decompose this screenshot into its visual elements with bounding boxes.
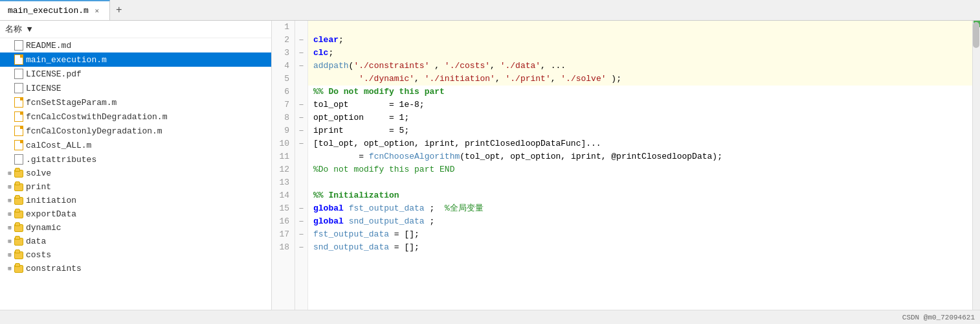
expand-icon[interactable]: ⊞ [5, 237, 14, 246]
sidebar-item-label: dynamic [26, 223, 61, 233]
sidebar-item-license[interactable]: LICENSE [0, 81, 271, 95]
code-content[interactable]: clear;clc;addpath('./constraints' , './c… [308, 21, 972, 310]
scrollbar[interactable] [972, 21, 980, 310]
expand-icon[interactable]: ⊞ [5, 251, 14, 260]
sidebar-item-calCostAll[interactable]: calCost_ALL.m [0, 138, 271, 152]
line-number-7: 7 [277, 98, 289, 111]
sidebar-item-main-execution[interactable]: main_execution.m [0, 52, 271, 67]
line-number-3: 3 [277, 47, 289, 60]
fold-indicator-11 [295, 150, 307, 163]
sidebar-item-label: data [26, 237, 46, 246]
fold-indicator-14 [295, 189, 307, 202]
tab-main-execution[interactable]: main_execution.m ✕ [0, 0, 110, 20]
fold-indicator-8[interactable]: — [295, 111, 307, 124]
sidebar-item-gitattributes[interactable]: .gitattributes [0, 152, 271, 167]
sidebar-item-dynamic[interactable]: ⊞dynamic [0, 221, 271, 235]
scrollbar-thumb[interactable] [973, 22, 979, 48]
txt-file-icon [14, 154, 23, 165]
expand-icon[interactable]: ⊞ [5, 264, 14, 273]
sidebar-item-print[interactable]: ⊞print [0, 180, 271, 194]
sidebar-item-readme[interactable]: README.md [0, 38, 271, 52]
folder-icon [14, 265, 23, 273]
expand-icon[interactable]: ⊞ [5, 210, 14, 219]
tab-add-button[interactable]: + [110, 0, 128, 20]
code-line-5: './dynamic', './initiation', './print', … [308, 73, 972, 86]
sidebar-item-exportData[interactable]: ⊞exportData [0, 207, 271, 221]
sidebar-item-initiation[interactable]: ⊞initiation [0, 194, 271, 207]
txt-file-icon [14, 40, 23, 51]
fold-indicator-17[interactable]: — [295, 228, 307, 241]
sidebar-header[interactable]: 名称 ▼ [0, 21, 271, 38]
m-file-icon [14, 140, 23, 150]
code-line-6: %% Do not modify this part [308, 86, 972, 98]
line-number-5: 5 [277, 73, 289, 86]
code-line-9: iprint = 5; [308, 124, 972, 137]
sidebar-item-label: calCost_ALL.m [26, 141, 91, 150]
code-line-15: global fst_output_data ; %全局变量 [308, 202, 972, 215]
sidebar-item-label: main_execution.m [26, 55, 107, 65]
fold-indicator-7[interactable]: — [295, 98, 307, 111]
line-number-15: 15 [277, 202, 289, 215]
txt-file-icon [14, 83, 23, 93]
line-number-9: 9 [277, 124, 289, 137]
sidebar-item-solve[interactable]: ⊞solve [0, 167, 271, 180]
code-line-4: addpath('./constraints' , './costs', './… [308, 60, 972, 73]
fold-indicator-3[interactable]: — [295, 47, 307, 60]
sidebar-item-costs[interactable]: ⊞costs [0, 248, 271, 262]
fold-indicator-1 [295, 21, 307, 34]
sidebar-item-fcnSetStagePara[interactable]: fcnSetStageParam.m [0, 95, 271, 110]
tab-close-icon[interactable]: ✕ [93, 6, 102, 16]
sidebar-item-fcnCalcCostWith[interactable]: fcnCalcCostwithDegradation.m [0, 110, 271, 124]
fold-indicator-12 [295, 163, 307, 176]
expand-icon[interactable]: ⊞ [5, 224, 14, 233]
fold-indicator-6 [295, 86, 307, 98]
tab-bar: main_execution.m ✕ + [0, 0, 980, 21]
line-number-11: 11 [277, 150, 289, 163]
folder-icon [14, 251, 23, 259]
line-number-12: 12 [277, 163, 289, 176]
editor-area: 123456789101112131415161718 ——————————— … [272, 21, 980, 310]
sidebar-item-constraints[interactable]: ⊞constraints [0, 262, 271, 275]
code-line-1 [308, 21, 972, 34]
line-number-17: 17 [277, 228, 289, 241]
sidebar-item-license-pdf[interactable]: LICENSE.pdf [0, 67, 271, 81]
sidebar-header-label: 名称 ▼ [5, 23, 32, 35]
fold-indicator-18[interactable]: — [295, 241, 307, 254]
sidebar-items-container: README.mdmain_execution.mLICENSE.pdfLICE… [0, 38, 271, 275]
line-number-4: 4 [277, 60, 289, 73]
line-number-14: 14 [277, 189, 289, 202]
code-line-10: [tol_opt, opt_option, iprint, printClose… [308, 137, 972, 150]
code-line-13 [308, 176, 972, 189]
code-line-12: %Do not modify this part END [308, 163, 972, 176]
code-line-16: global snd_output_data ; [308, 215, 972, 228]
sidebar-item-label: LICENSE [26, 84, 61, 93]
sidebar-item-fcnCalcCostOnly[interactable]: fcnCalCostonlyDegradation.m [0, 124, 271, 138]
expand-icon[interactable]: ⊞ [5, 169, 14, 178]
folder-icon [14, 211, 23, 218]
code-line-7: tol_opt = 1e-8; [308, 98, 972, 111]
sidebar-item-label: LICENSE.pdf [26, 69, 82, 79]
line-number-18: 18 [277, 241, 289, 254]
fold-indicator-16[interactable]: — [295, 215, 307, 228]
line-number-16: 16 [277, 215, 289, 228]
line-number-8: 8 [277, 111, 289, 124]
fold-indicator-10[interactable]: — [295, 137, 307, 150]
sidebar-item-label: print [26, 182, 51, 192]
status-bar: CSDN @m0_72094621 [0, 310, 980, 324]
status-text: CSDN @m0_72094621 [902, 314, 975, 321]
expand-icon[interactable]: ⊞ [5, 196, 14, 205]
fold-indicator-2[interactable]: — [295, 34, 307, 47]
fold-indicator-15[interactable]: — [295, 202, 307, 215]
sidebar-item-data[interactable]: ⊞data [0, 235, 271, 248]
fold-indicator-9[interactable]: — [295, 124, 307, 137]
expand-icon[interactable]: ⊞ [5, 183, 14, 192]
folder-icon [14, 224, 23, 232]
m-file-icon [14, 97, 23, 108]
folder-icon [14, 170, 23, 178]
fold-indicator-5 [295, 73, 307, 86]
line-number-13: 13 [277, 176, 289, 189]
line-number-10: 10 [277, 137, 289, 150]
fold-indicator-4[interactable]: — [295, 60, 307, 73]
folder-icon [14, 197, 23, 205]
sidebar-item-label: README.md [26, 41, 71, 51]
